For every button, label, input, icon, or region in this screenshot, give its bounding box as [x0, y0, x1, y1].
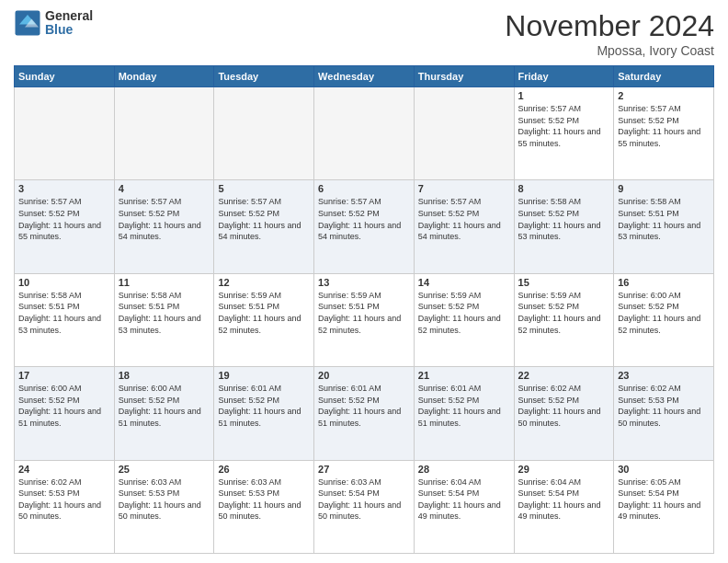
day-number: 13: [318, 277, 410, 288]
day-number: 22: [518, 370, 610, 381]
calendar-header-row: SundayMondayTuesdayWednesdayThursdayFrid…: [15, 66, 714, 87]
calendar-cell: 5Sunrise: 5:57 AMSunset: 5:52 PMDaylight…: [214, 180, 314, 273]
calendar-week-row: 24Sunrise: 6:02 AMSunset: 5:53 PMDayligh…: [15, 460, 714, 553]
calendar-cell: 30Sunrise: 6:05 AMSunset: 5:54 PMDayligh…: [614, 460, 714, 553]
calendar-week-row: 10Sunrise: 5:58 AMSunset: 5:51 PMDayligh…: [15, 273, 714, 366]
day-header-wednesday: Wednesday: [314, 66, 415, 87]
day-info: Sunrise: 6:03 AMSunset: 5:54 PMDaylight:…: [318, 477, 410, 523]
calendar-cell: 21Sunrise: 6:01 AMSunset: 5:52 PMDayligh…: [414, 367, 514, 460]
day-info: Sunrise: 5:57 AMSunset: 5:52 PMDaylight:…: [518, 103, 610, 149]
calendar-cell: 4Sunrise: 5:57 AMSunset: 5:52 PMDaylight…: [114, 180, 214, 273]
logo: General Blue: [14, 9, 93, 38]
calendar-week-row: 1Sunrise: 5:57 AMSunset: 5:52 PMDaylight…: [15, 87, 714, 180]
day-info: Sunrise: 6:01 AMSunset: 5:52 PMDaylight:…: [318, 383, 410, 429]
day-info: Sunrise: 5:58 AMSunset: 5:51 PMDaylight:…: [618, 196, 710, 242]
day-number: 23: [618, 370, 710, 381]
calendar-cell: 7Sunrise: 5:57 AMSunset: 5:52 PMDaylight…: [414, 180, 514, 273]
calendar-cell: [314, 87, 415, 180]
calendar-cell: 27Sunrise: 6:03 AMSunset: 5:54 PMDayligh…: [314, 460, 415, 553]
day-number: 21: [418, 370, 510, 381]
calendar-cell: 29Sunrise: 6:04 AMSunset: 5:54 PMDayligh…: [514, 460, 614, 553]
day-info: Sunrise: 5:59 AMSunset: 5:51 PMDaylight:…: [218, 290, 310, 336]
day-number: 18: [119, 370, 210, 381]
calendar-cell: [15, 87, 115, 180]
calendar-cell: 15Sunrise: 5:59 AMSunset: 5:52 PMDayligh…: [514, 273, 614, 366]
calendar-cell: [414, 87, 514, 180]
day-number: 5: [218, 183, 310, 194]
day-info: Sunrise: 5:58 AMSunset: 5:52 PMDaylight:…: [518, 196, 610, 242]
day-number: 24: [18, 464, 110, 475]
day-number: 14: [418, 277, 510, 288]
logo-text: General Blue: [45, 9, 93, 38]
calendar-cell: 25Sunrise: 6:03 AMSunset: 5:53 PMDayligh…: [114, 460, 214, 553]
calendar-cell: 17Sunrise: 6:00 AMSunset: 5:52 PMDayligh…: [15, 367, 115, 460]
day-info: Sunrise: 6:05 AMSunset: 5:54 PMDaylight:…: [618, 477, 710, 523]
day-number: 2: [618, 90, 710, 101]
calendar-cell: [114, 87, 214, 180]
day-header-saturday: Saturday: [614, 66, 714, 87]
day-info: Sunrise: 5:57 AMSunset: 5:52 PMDaylight:…: [18, 196, 110, 242]
title-block: November 2024 Mpossa, Ivory Coast: [505, 9, 714, 58]
day-number: 12: [218, 277, 310, 288]
header: General Blue November 2024 Mpossa, Ivory…: [14, 9, 714, 58]
calendar-cell: 8Sunrise: 5:58 AMSunset: 5:52 PMDaylight…: [514, 180, 614, 273]
day-info: Sunrise: 5:58 AMSunset: 5:51 PMDaylight:…: [18, 290, 110, 336]
day-info: Sunrise: 6:03 AMSunset: 5:53 PMDaylight:…: [119, 477, 210, 523]
day-info: Sunrise: 6:02 AMSunset: 5:53 PMDaylight:…: [618, 383, 710, 429]
day-header-friday: Friday: [514, 66, 614, 87]
day-number: 25: [119, 464, 210, 475]
day-number: 19: [218, 370, 310, 381]
day-info: Sunrise: 5:57 AMSunset: 5:52 PMDaylight:…: [218, 196, 310, 242]
day-info: Sunrise: 6:02 AMSunset: 5:52 PMDaylight:…: [518, 383, 610, 429]
day-info: Sunrise: 6:00 AMSunset: 5:52 PMDaylight:…: [18, 383, 110, 429]
day-number: 30: [618, 464, 710, 475]
calendar-cell: 9Sunrise: 5:58 AMSunset: 5:51 PMDaylight…: [614, 180, 714, 273]
calendar-cell: 11Sunrise: 5:58 AMSunset: 5:51 PMDayligh…: [114, 273, 214, 366]
day-number: 16: [618, 277, 710, 288]
day-header-sunday: Sunday: [15, 66, 115, 87]
day-number: 29: [518, 464, 610, 475]
month-title: November 2024: [505, 9, 714, 43]
day-info: Sunrise: 5:57 AMSunset: 5:52 PMDaylight:…: [618, 103, 710, 149]
day-header-tuesday: Tuesday: [214, 66, 314, 87]
day-info: Sunrise: 5:58 AMSunset: 5:51 PMDaylight:…: [119, 290, 210, 336]
day-info: Sunrise: 5:57 AMSunset: 5:52 PMDaylight:…: [119, 196, 210, 242]
day-number: 28: [418, 464, 510, 475]
logo-line2: Blue: [45, 23, 93, 37]
day-number: 4: [119, 183, 210, 194]
calendar-cell: 22Sunrise: 6:02 AMSunset: 5:52 PMDayligh…: [514, 367, 614, 460]
calendar-cell: 13Sunrise: 5:59 AMSunset: 5:51 PMDayligh…: [314, 273, 415, 366]
calendar-cell: 14Sunrise: 5:59 AMSunset: 5:52 PMDayligh…: [414, 273, 514, 366]
day-info: Sunrise: 6:01 AMSunset: 5:52 PMDaylight:…: [218, 383, 310, 429]
page: General Blue November 2024 Mpossa, Ivory…: [0, 0, 728, 563]
day-number: 8: [518, 183, 610, 194]
day-number: 1: [518, 90, 610, 101]
day-info: Sunrise: 5:59 AMSunset: 5:52 PMDaylight:…: [518, 290, 610, 336]
calendar-cell: 24Sunrise: 6:02 AMSunset: 5:53 PMDayligh…: [15, 460, 115, 553]
logo-line1: General: [45, 9, 93, 23]
calendar-cell: 23Sunrise: 6:02 AMSunset: 5:53 PMDayligh…: [614, 367, 714, 460]
day-number: 11: [119, 277, 210, 288]
day-info: Sunrise: 5:57 AMSunset: 5:52 PMDaylight:…: [418, 196, 510, 242]
day-header-thursday: Thursday: [414, 66, 514, 87]
calendar-cell: 20Sunrise: 6:01 AMSunset: 5:52 PMDayligh…: [314, 367, 415, 460]
day-info: Sunrise: 6:04 AMSunset: 5:54 PMDaylight:…: [518, 477, 610, 523]
calendar-cell: 6Sunrise: 5:57 AMSunset: 5:52 PMDaylight…: [314, 180, 415, 273]
day-info: Sunrise: 6:01 AMSunset: 5:52 PMDaylight:…: [418, 383, 510, 429]
calendar-cell: 2Sunrise: 5:57 AMSunset: 5:52 PMDaylight…: [614, 87, 714, 180]
calendar-cell: 28Sunrise: 6:04 AMSunset: 5:54 PMDayligh…: [414, 460, 514, 553]
location: Mpossa, Ivory Coast: [505, 43, 714, 58]
day-number: 26: [218, 464, 310, 475]
calendar-table: SundayMondayTuesdayWednesdayThursdayFrid…: [14, 65, 714, 554]
calendar-cell: 3Sunrise: 5:57 AMSunset: 5:52 PMDaylight…: [15, 180, 115, 273]
day-info: Sunrise: 5:57 AMSunset: 5:52 PMDaylight:…: [318, 196, 410, 242]
day-info: Sunrise: 6:00 AMSunset: 5:52 PMDaylight:…: [618, 290, 710, 336]
day-number: 9: [618, 183, 710, 194]
calendar-cell: 1Sunrise: 5:57 AMSunset: 5:52 PMDaylight…: [514, 87, 614, 180]
calendar-cell: 16Sunrise: 6:00 AMSunset: 5:52 PMDayligh…: [614, 273, 714, 366]
day-info: Sunrise: 5:59 AMSunset: 5:52 PMDaylight:…: [418, 290, 510, 336]
day-info: Sunrise: 6:03 AMSunset: 5:53 PMDaylight:…: [218, 477, 310, 523]
calendar-cell: 26Sunrise: 6:03 AMSunset: 5:53 PMDayligh…: [214, 460, 314, 553]
calendar-cell: 18Sunrise: 6:00 AMSunset: 5:52 PMDayligh…: [114, 367, 214, 460]
day-number: 17: [18, 370, 110, 381]
